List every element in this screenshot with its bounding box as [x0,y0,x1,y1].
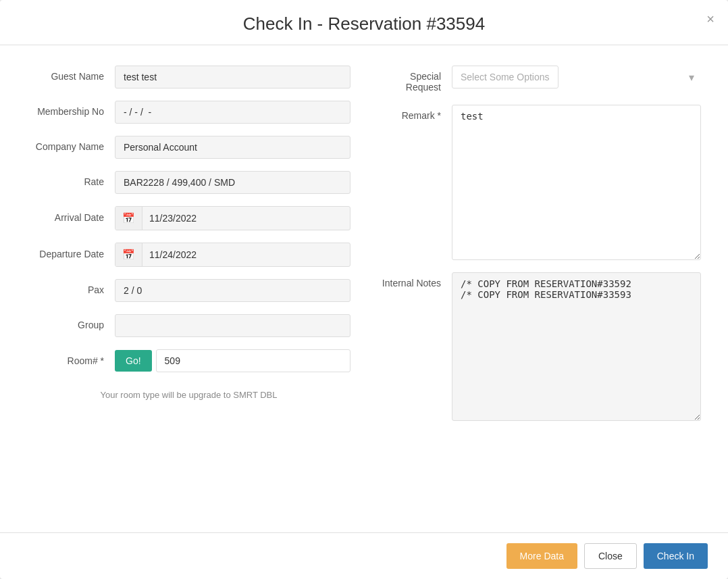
special-request-wrapper: Select Some Options [452,66,701,89]
arrival-date-input[interactable] [142,207,350,229]
membership-label: Membership No [27,105,115,119]
group-input[interactable] [115,314,350,337]
company-input[interactable] [115,136,350,159]
guest-name-input[interactable] [115,66,350,89]
modal-body: Guest Name Membership No Company Name Ra… [0,45,728,532]
group-label: Group [27,319,115,332]
company-row: Company Name [27,136,350,159]
checkin-button[interactable]: Check In [644,543,708,569]
internal-notes-label: Internal Notes [378,272,452,288]
go-button[interactable]: Go! [115,350,152,372]
pax-label: Pax [27,284,115,297]
departure-date-input[interactable] [142,244,350,266]
pax-input[interactable] [115,279,350,302]
departure-row: Departure Date 📅 [27,243,350,267]
calendar-icon: 📅 [115,207,142,230]
modal-title: Check In - Reservation #33594 [20,14,708,34]
arrival-row: Arrival Date 📅 [27,206,350,230]
rate-label: Rate [27,176,115,189]
left-column: Guest Name Membership No Company Name Ra… [27,66,350,512]
departure-label: Departure Date [27,248,115,261]
special-request-select[interactable]: Select Some Options [452,66,558,89]
company-label: Company Name [27,141,115,154]
checkin-modal: Check In - Reservation #33594 × Guest Na… [0,0,728,579]
room-input[interactable] [156,349,350,372]
rate-input[interactable] [115,171,350,194]
arrival-date-wrapper: 📅 [115,206,350,230]
arrival-label: Arrival Date [27,211,115,225]
room-label: Room# * [27,355,115,366]
close-button[interactable]: Close [584,543,637,569]
modal-header: Check In - Reservation #33594 × [0,0,728,45]
modal-footer: More Data Close Check In [0,532,728,579]
group-row: Group [27,314,350,337]
remark-row: Remark * [378,105,701,260]
remark-textarea[interactable] [452,105,701,260]
modal-close-button[interactable]: × [706,12,714,26]
guest-name-label: Guest Name [27,70,115,84]
special-request-row: Special Request Select Some Options [378,66,701,93]
departure-date-wrapper: 📅 [115,243,350,267]
guest-name-row: Guest Name [27,66,350,89]
room-row: Room# * Go! [27,349,350,372]
upgrade-notice: Your room type will be upgrade to SMRT D… [27,390,350,400]
calendar-icon-2: 📅 [115,243,142,266]
special-request-label: Special Request [378,66,452,93]
pax-row: Pax [27,279,350,302]
remark-label: Remark * [378,105,452,121]
internal-notes-textarea[interactable] [452,272,701,421]
membership-input[interactable] [115,101,350,124]
more-data-button[interactable]: More Data [506,543,577,569]
internal-notes-row: Internal Notes [378,272,701,421]
right-column: Special Request Select Some Options Rema… [378,66,701,512]
membership-row: Membership No [27,101,350,124]
rate-row: Rate [27,171,350,194]
